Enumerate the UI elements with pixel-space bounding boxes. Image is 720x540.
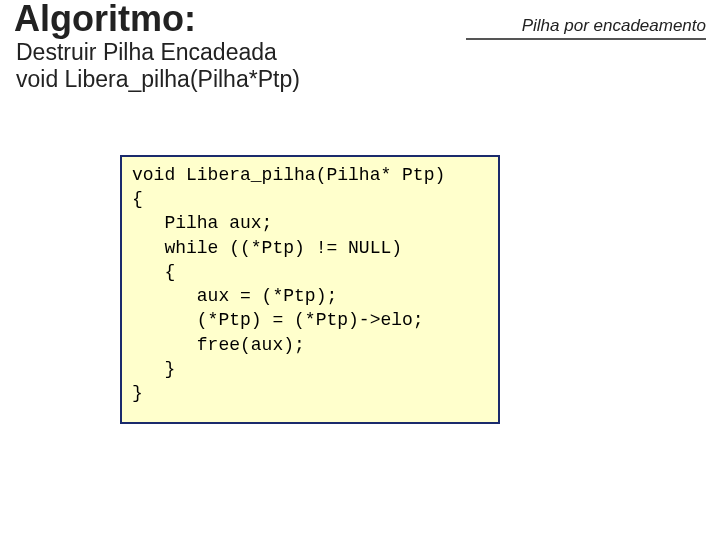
code-line: void Libera_pilha(Pilha* Ptp): [132, 165, 445, 185]
code-line: (*Ptp) = (*Ptp)->elo;: [132, 310, 424, 330]
slide-subtitle-line2: void Libera_pilha(Pilha*Ptp): [16, 66, 708, 92]
code-line: {: [132, 189, 143, 209]
header-topright: Pilha por encadeamento: [466, 16, 706, 40]
code-line: Pilha aux;: [132, 213, 272, 233]
slide-subtitle-line1: Destruir Pilha Encadeada: [16, 39, 708, 65]
topright-label: Pilha por encadeamento: [466, 16, 706, 38]
code-line: free(aux);: [132, 335, 305, 355]
code-pre: void Libera_pilha(Pilha* Ptp) { Pilha au…: [132, 163, 490, 406]
topright-rule: [466, 38, 706, 40]
code-block: void Libera_pilha(Pilha* Ptp) { Pilha au…: [120, 155, 500, 424]
slide: Pilha por encadeamento Algoritmo: Destru…: [0, 0, 720, 540]
code-line: {: [132, 262, 175, 282]
code-line: }: [132, 383, 143, 403]
code-line: }: [132, 359, 175, 379]
code-line: aux = (*Ptp);: [132, 286, 337, 306]
code-block-wrap: void Libera_pilha(Pilha* Ptp) { Pilha au…: [120, 155, 500, 424]
code-line: while ((*Ptp) != NULL): [132, 238, 402, 258]
